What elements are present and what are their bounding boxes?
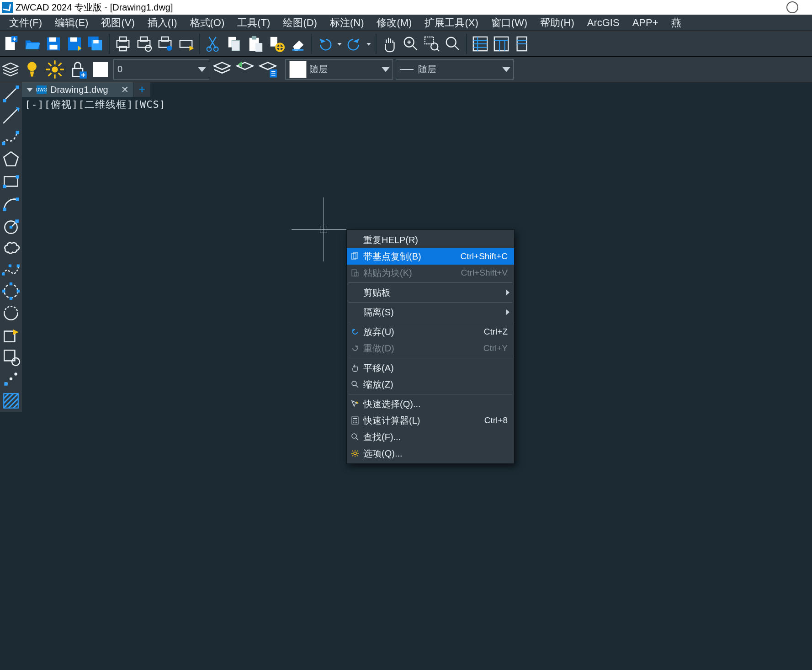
menu-window[interactable]: 窗口(W) bbox=[485, 16, 534, 30]
ctx-pan[interactable]: 平移(A) bbox=[347, 360, 514, 376]
plot-button[interactable] bbox=[113, 34, 133, 53]
zoom-realtime-button[interactable] bbox=[401, 34, 420, 53]
circle-tool[interactable] bbox=[1, 216, 21, 235]
layer-prev-icon[interactable] bbox=[235, 59, 255, 80]
hatch-tool[interactable] bbox=[1, 391, 21, 410]
linetype-label: 随层 bbox=[418, 63, 436, 75]
svg-point-66 bbox=[12, 358, 20, 366]
ctx-separator bbox=[349, 282, 512, 283]
layer-lock-icon[interactable] bbox=[68, 59, 88, 80]
tool-palettes-button[interactable] bbox=[513, 34, 532, 53]
pline-tool[interactable] bbox=[1, 128, 21, 147]
document-tab[interactable]: DWG Drawing1.dwg ✕ bbox=[22, 82, 134, 97]
pan-icon bbox=[350, 363, 360, 372]
saveall-button[interactable] bbox=[86, 34, 105, 53]
zoom-window-button[interactable] bbox=[422, 34, 441, 53]
ctx-repeat[interactable]: 重复HELP(R) bbox=[347, 232, 514, 248]
redo-dropdown[interactable] bbox=[366, 34, 372, 53]
svg-point-59 bbox=[4, 284, 17, 298]
layer-on-icon[interactable] bbox=[22, 59, 42, 80]
ellipse-tool[interactable] bbox=[1, 282, 21, 301]
menu-extra[interactable]: 燕 bbox=[665, 16, 688, 30]
tab-menu-icon[interactable] bbox=[27, 88, 33, 92]
undo-button[interactable] bbox=[315, 34, 334, 53]
ctx-zoom[interactable]: 缩放(Z) bbox=[347, 376, 514, 393]
matchprops-button[interactable] bbox=[267, 34, 286, 53]
menu-insert[interactable]: 插入(I) bbox=[141, 16, 184, 30]
ctx-find[interactable]: 查找(F)... bbox=[347, 429, 514, 445]
linetype-dropdown[interactable]: 随层 bbox=[396, 59, 514, 80]
ctx-undo[interactable]: 放弃(U) Ctrl+Z bbox=[347, 324, 514, 340]
ctx-quickcalc[interactable]: 快速计算器(L) Ctrl+8 bbox=[347, 412, 514, 429]
saveas-button[interactable] bbox=[65, 34, 84, 53]
pan-button[interactable] bbox=[380, 34, 399, 53]
layer-stack-icon[interactable] bbox=[0, 57, 21, 82]
doc-name: Drawing1.dwg bbox=[50, 85, 108, 95]
ctx-qselect[interactable]: 快速选择(Q)... bbox=[347, 396, 514, 412]
menu-view[interactable]: 视图(V) bbox=[95, 16, 141, 30]
erase-button[interactable] bbox=[288, 34, 307, 53]
ctx-clipboard[interactable]: 剪贴板 bbox=[347, 284, 514, 301]
ctx-label: 重复HELP(R) bbox=[363, 234, 418, 246]
polygon-tool[interactable] bbox=[1, 150, 21, 169]
svg-rect-3 bbox=[49, 37, 56, 42]
svg-rect-47 bbox=[4, 177, 17, 186]
publish-button[interactable] bbox=[155, 34, 175, 53]
undo-icon bbox=[350, 327, 360, 336]
layer-manager-icon[interactable] bbox=[258, 59, 278, 80]
menu-format[interactable]: 格式(O) bbox=[184, 16, 231, 30]
layer-freeze-icon[interactable] bbox=[45, 59, 65, 80]
insert-block-tool[interactable] bbox=[1, 325, 21, 345]
spline-tool[interactable] bbox=[1, 260, 21, 279]
drawing-canvas[interactable]: [-][俯视][二维线框][WCS] 重复HELP(R) 带基点复制(B) Ct… bbox=[22, 97, 812, 670]
menu-help[interactable]: 帮助(H) bbox=[534, 16, 581, 30]
ctx-options[interactable]: 选项(Q)... bbox=[347, 445, 514, 462]
ctx-copybase[interactable]: 带基点复制(B) Ctrl+Shift+C bbox=[347, 248, 514, 265]
properties-button[interactable] bbox=[471, 34, 490, 53]
layer-color-swatch[interactable] bbox=[90, 59, 111, 80]
copy-button[interactable] bbox=[225, 34, 244, 53]
arc-tool[interactable] bbox=[1, 194, 21, 213]
layer-dropdown[interactable]: 0 bbox=[113, 59, 209, 80]
paste-button[interactable] bbox=[246, 34, 265, 53]
close-tab-icon[interactable]: ✕ bbox=[121, 84, 129, 95]
svg-point-36 bbox=[27, 62, 37, 71]
export-button[interactable] bbox=[176, 34, 196, 53]
viewport-header[interactable]: [-][俯视][二维线框][WCS] bbox=[25, 98, 166, 112]
menu-arcgis[interactable]: ArcGIS bbox=[581, 17, 626, 29]
copybase-icon bbox=[350, 252, 360, 261]
make-block-tool[interactable] bbox=[1, 347, 21, 367]
plot-preview-button[interactable] bbox=[134, 34, 154, 53]
open-button[interactable] bbox=[23, 34, 42, 53]
new-button[interactable] bbox=[2, 34, 21, 53]
line-tool[interactable] bbox=[1, 84, 21, 103]
menu-draw[interactable]: 绘图(D) bbox=[276, 16, 324, 30]
rectangle-tool[interactable] bbox=[1, 172, 21, 191]
ctx-separator bbox=[349, 322, 512, 322]
color-dropdown[interactable]: 随层 bbox=[285, 59, 393, 80]
undo-dropdown[interactable] bbox=[336, 34, 343, 53]
design-center-button[interactable] bbox=[492, 34, 511, 53]
menu-extools[interactable]: 扩展工具(X) bbox=[418, 16, 484, 30]
svg-rect-34 bbox=[494, 37, 508, 50]
cut-button[interactable] bbox=[204, 34, 223, 53]
new-tab-button[interactable]: + bbox=[134, 82, 150, 97]
revcloud-tool[interactable] bbox=[1, 238, 21, 257]
xline-tool[interactable] bbox=[1, 106, 21, 125]
redo-button[interactable] bbox=[345, 34, 364, 53]
ctx-isolate[interactable]: 隔离(S) bbox=[347, 304, 514, 320]
menu-modify[interactable]: 修改(M) bbox=[370, 16, 418, 30]
menu-appplus[interactable]: APP+ bbox=[626, 17, 665, 29]
menu-file[interactable]: 文件(F) bbox=[3, 16, 48, 30]
layer-states-icon[interactable] bbox=[212, 59, 232, 80]
ellipse-arc-tool[interactable] bbox=[1, 303, 21, 323]
menu-dim[interactable]: 标注(N) bbox=[324, 16, 371, 30]
save-button[interactable] bbox=[44, 34, 63, 53]
point-tool[interactable] bbox=[1, 369, 21, 388]
ctx-separator bbox=[349, 302, 512, 303]
zoom-prev-button[interactable] bbox=[443, 34, 462, 53]
menu-tools[interactable]: 工具(T) bbox=[231, 16, 276, 30]
svg-point-85 bbox=[352, 434, 356, 438]
window-control-icon[interactable] bbox=[786, 1, 798, 13]
menu-edit[interactable]: 编辑(E) bbox=[48, 16, 95, 30]
